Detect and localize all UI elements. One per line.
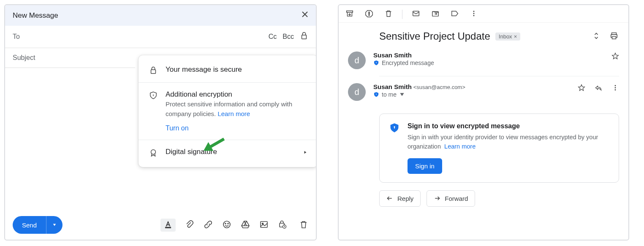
lock-icon (149, 65, 158, 75)
forward-button[interactable]: Forward (427, 190, 475, 207)
badge-icon (149, 148, 158, 157)
more-icon[interactable] (470, 10, 478, 19)
image-icon[interactable] (259, 220, 269, 230)
link-icon[interactable] (204, 220, 213, 230)
card-title: Sign in to view encrypted message (408, 122, 609, 130)
print-icon[interactable] (610, 32, 618, 41)
avatar: d (348, 83, 366, 101)
subject-row: Sensitive Project Update Inbox× (339, 23, 628, 46)
learn-more-link[interactable]: Learn more (217, 110, 250, 117)
delete-icon[interactable] (384, 9, 393, 19)
message-window: Sensitive Project Update Inbox× d Susan … (338, 4, 629, 241)
forward-arrow-icon (434, 195, 440, 202)
secure-row: Your message is secure (139, 58, 317, 82)
encrypted-badge: Encrypted message (373, 59, 611, 66)
send-main[interactable]: Send (13, 216, 46, 234)
cc-link[interactable]: Cc (269, 33, 277, 41)
reply-row: Reply Forward (379, 190, 619, 207)
shield-icon (373, 60, 379, 66)
reply-button[interactable]: Reply (379, 190, 421, 207)
label-icon[interactable] (451, 9, 459, 19)
sign-in-button[interactable]: Sign in (408, 158, 442, 174)
chip-close-icon[interactable]: × (514, 33, 517, 40)
message-1[interactable]: d Susan Smith Encrypted message (339, 46, 628, 74)
subject-label: Subject (13, 54, 35, 62)
signature-title: Digital signature (166, 148, 296, 156)
discard-icon[interactable] (299, 220, 308, 230)
send-dropdown[interactable] (46, 216, 62, 234)
to-row[interactable]: To Cc Bcc (5, 26, 316, 48)
format-toolbar (160, 219, 287, 232)
turn-on-link[interactable]: Turn on (166, 124, 189, 132)
move-to-icon[interactable] (431, 9, 440, 19)
send-button[interactable]: Send (13, 216, 62, 234)
reply-arrow-icon (386, 195, 393, 202)
lock-icon[interactable] (300, 32, 308, 42)
mark-unread-icon[interactable] (412, 9, 420, 19)
expand-icon[interactable] (592, 32, 601, 41)
card-desc: Sign in with your identity provider to v… (408, 132, 609, 151)
compose-footer: Send (5, 210, 316, 240)
star-icon[interactable] (578, 84, 585, 93)
emoji-icon[interactable] (222, 220, 231, 230)
sender-name: Susan Smith (373, 51, 611, 59)
format-icon[interactable] (160, 219, 176, 232)
close-icon[interactable] (302, 11, 308, 20)
more-icon[interactable] (611, 84, 619, 93)
encryption-desc: Protect sensitive information and comply… (166, 100, 307, 119)
confidential-icon[interactable] (278, 220, 287, 230)
sender-line: Susan Smith <susan@acme.com> (373, 83, 578, 90)
avatar: d (348, 51, 366, 69)
toolbar-divider (402, 10, 402, 19)
message-toolbar (339, 5, 628, 23)
drive-icon[interactable] (241, 220, 250, 230)
divider (379, 76, 619, 76)
chevron-down-icon[interactable] (399, 92, 405, 97)
shield-icon (149, 90, 158, 132)
shield-icon (389, 122, 400, 174)
learn-more-link[interactable]: Learn more (444, 143, 476, 150)
reply-icon[interactable] (595, 84, 602, 93)
archive-icon[interactable] (345, 9, 354, 19)
attach-icon[interactable] (185, 220, 194, 230)
chevron-right-icon (303, 148, 307, 157)
encryption-title: Additional encryption (166, 90, 307, 99)
inbox-chip[interactable]: Inbox× (495, 32, 520, 41)
spam-icon[interactable] (365, 9, 373, 19)
shield-icon (373, 92, 379, 97)
to-label: To (13, 33, 20, 41)
compose-header: New Message (5, 5, 316, 26)
message-2: d Susan Smith <susan@acme.com> to me (339, 78, 628, 106)
security-popup: Your message is secure Additional encryp… (139, 55, 317, 167)
to-me-row[interactable]: to me (373, 91, 578, 98)
encryption-row: Additional encryption Protect sensitive … (139, 83, 317, 140)
bcc-link[interactable]: Bcc (283, 33, 294, 41)
subject-row[interactable]: Subject (5, 48, 135, 68)
compose-window: New Message To Cc Bcc Subject Your messa… (4, 4, 317, 241)
encrypted-card: Sign in to view encrypted message Sign i… (379, 114, 619, 183)
secure-title: Your message is secure (166, 65, 307, 74)
compose-title: New Message (13, 11, 58, 20)
subject-title: Sensitive Project Update (379, 30, 490, 42)
star-icon[interactable] (611, 52, 619, 61)
